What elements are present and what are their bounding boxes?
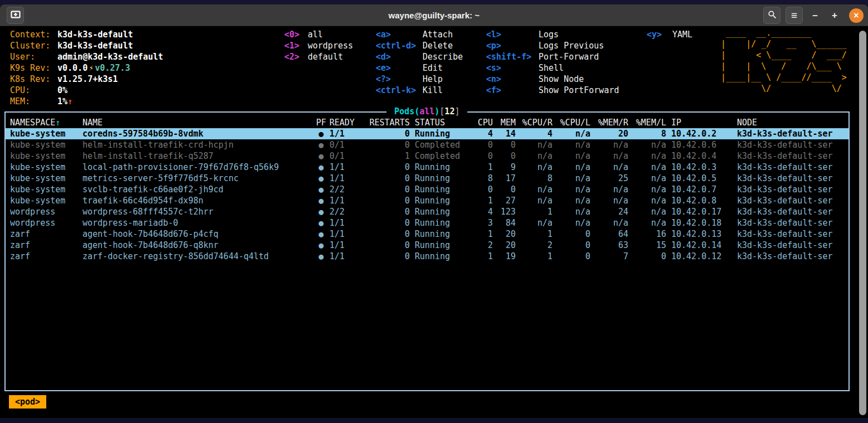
keybinding-key: <a> (376, 29, 423, 40)
column-header-restarts: RESTARTS (362, 117, 410, 128)
column-header-pf: PF (313, 117, 329, 128)
cell--cpu-r: n/a (516, 150, 552, 162)
cell-status: Completed (410, 139, 475, 150)
cell-mem: 19 (493, 251, 516, 262)
keybinding-hint: <ctrl-d>Delete (376, 40, 463, 51)
terminal-window: wayne@guilty-spark: ~ ≡ – + × (0, 4, 868, 418)
cell--cpu-l: n/a (552, 128, 590, 139)
pods-table-title: Pods(all)[12] (386, 106, 467, 118)
cell--mem-l: n/a (628, 173, 666, 184)
column-header-node: NODE (737, 117, 848, 128)
cell--cpu-r: 1 (516, 251, 552, 262)
cell-cpu: 1 (475, 195, 493, 206)
keybinding-key: <s> (486, 62, 539, 74)
minimize-button[interactable]: – (808, 7, 822, 24)
pod-count: 12 (445, 106, 455, 116)
cell-status: Running (410, 217, 475, 228)
cell-node: k3d-k3s-default-ser (737, 195, 848, 206)
cell-ready: 1/1 (329, 240, 362, 251)
keybinding-key: <l> (486, 29, 539, 40)
cell-restarts: 0 (362, 184, 410, 195)
namespace-key: <0> (284, 29, 308, 40)
keybinding-key: <ctrl-d> (376, 40, 423, 51)
table-row[interactable]: kube-systemlocal-path-provisioner-79f67d… (6, 162, 848, 173)
cell-cpu: 4 (475, 206, 493, 217)
table-row[interactable]: zarfagent-hook-7b4648d676-p4cfq●1/10Runn… (6, 228, 848, 240)
cell-ready: 1/1 (329, 228, 362, 240)
table-row[interactable]: kube-systemsvclb-traefik-c66ae0f2-jh9cd●… (6, 184, 848, 195)
cell-namespace: kube-system (10, 150, 83, 162)
close-button[interactable]: × (849, 8, 864, 23)
cell--mem-r: n/a (590, 139, 628, 150)
cell-ready: 1/1 (329, 217, 362, 228)
cell--cpu-r: n/a (516, 184, 552, 195)
cell-mem: 9 (493, 162, 516, 173)
cell--cpu-l: 0 (552, 251, 590, 262)
namespace-shortcut[interactable]: <1>wordpress (284, 40, 353, 51)
scrollbar[interactable] (859, 31, 866, 415)
cell-namespace: wordpress (10, 217, 83, 228)
cell-cpu: 2 (475, 240, 493, 251)
cell-status: Running (410, 195, 475, 206)
pf-status-dot-icon: ● (313, 217, 329, 228)
search-icon (768, 10, 777, 21)
column-header-label: NAMESPACE (10, 118, 55, 128)
cell-restarts: 0 (362, 228, 410, 240)
namespace-shortcut[interactable]: <0>all (284, 29, 353, 40)
cluster-info-label: Cluster: (10, 40, 57, 51)
table-row[interactable]: kube-systemhelm-install-traefik-crd-hcpj… (6, 139, 848, 150)
cell-cpu: 0 (475, 150, 493, 162)
cluster-info-label: MEM: (10, 96, 57, 107)
cell--mem-l: n/a (628, 162, 666, 173)
column-header-status: STATUS (410, 117, 475, 128)
namespace-key: <1> (284, 40, 308, 51)
cell--cpu-l: n/a (552, 195, 590, 206)
cell-node: k3d-k3s-default-ser (737, 240, 848, 251)
table-row[interactable]: wordpresswordpress-mariadb-0●1/10Running… (6, 217, 848, 228)
keybinding-action: Show PortForward (539, 85, 619, 96)
cell-namespace: zarf (10, 251, 83, 262)
table-row[interactable]: kube-systemcoredns-597584b69b-8vdmk●1/10… (6, 128, 848, 139)
cell--mem-r: n/a (590, 217, 628, 228)
cell-name: agent-hook-7b4648d676-q8knr (83, 240, 313, 251)
column-header-label: %MEM/R (598, 118, 628, 128)
cluster-info-row: K9s Rev:v0.0.0⚡v0.27.3 (10, 62, 163, 74)
cell-name: local-path-provisioner-79f67d76f8-q56k9 (83, 162, 313, 173)
cluster-info-value: 1% (57, 96, 67, 107)
namespace-key: <2> (284, 51, 308, 62)
menu-button[interactable]: ≡ (785, 7, 803, 24)
table-row[interactable]: zarfagent-hook-7b4648d676-q8knr●1/10Runn… (6, 240, 848, 251)
column-header-label: %CPU/R (522, 118, 552, 128)
keybinding-action: Logs Previous (539, 40, 604, 51)
column-header-label: NAME (83, 118, 103, 128)
cluster-info-value: k3d-k3s-default (57, 40, 133, 51)
cell--cpu-r: n/a (516, 217, 552, 228)
column-header-label: IP (671, 118, 681, 128)
namespace-shortcut[interactable]: <2>default (284, 51, 353, 62)
cell-restarts: 0 (362, 217, 410, 228)
maximize-button[interactable]: + (827, 7, 842, 24)
column-header-cpu: CPU (475, 117, 493, 128)
column-header--cpu-r: %CPU/R (516, 117, 552, 128)
cell--mem-r: n/a (590, 184, 628, 195)
cell-ready: 1/1 (329, 162, 362, 173)
table-row[interactable]: kube-systemmetrics-server-5f9f776df5-krc… (6, 173, 848, 184)
cell-restarts: 0 (362, 240, 410, 251)
table-row[interactable]: wordpresswordpress-68fff4557c-t2hrr●2/20… (6, 206, 848, 217)
namespace-shortcuts: <0>all<1>wordpress<2>default (284, 29, 353, 62)
table-row[interactable]: zarfzarf-docker-registry-856dd74644-q4lt… (6, 251, 848, 262)
table-row[interactable]: kube-systemtraefik-66c46d954f-dx98n●1/10… (6, 195, 848, 206)
cell--cpu-l: 0 (552, 240, 590, 251)
cell-status: Running (410, 128, 475, 139)
cluster-info-value: 0% (57, 85, 67, 96)
cell-ready: 2/2 (329, 206, 362, 217)
table-row[interactable]: kube-systemhelm-install-traefik-q5287●0/… (6, 150, 848, 162)
search-button[interactable] (763, 7, 780, 24)
pf-status-dot-icon: ● (313, 173, 329, 184)
cluster-info-label: K8s Rev: (10, 74, 57, 85)
column-header-ip: IP (666, 117, 737, 128)
cell-restarts: 0 (362, 162, 410, 173)
cell-ip: 10.42.0.17 (666, 206, 737, 217)
cluster-info-label: K9s Rev: (10, 62, 57, 74)
cell--mem-r: 24 (590, 206, 628, 217)
